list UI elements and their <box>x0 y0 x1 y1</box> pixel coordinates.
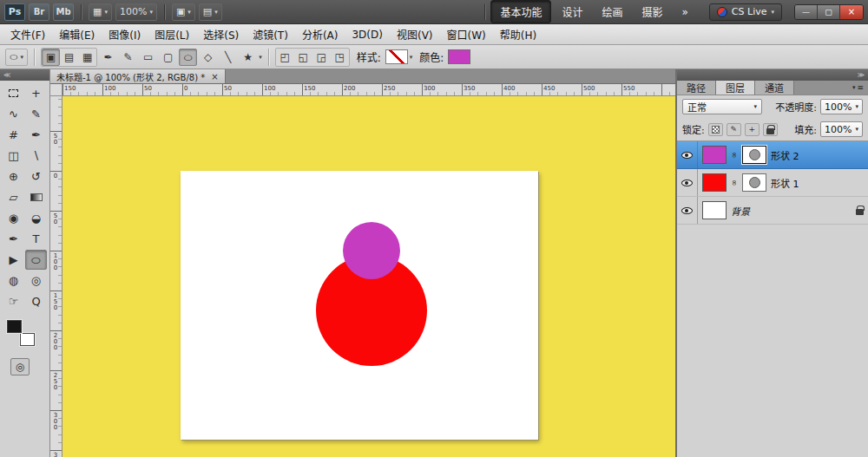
layer-row-shape-2[interactable]: ∞ 形状 2 <box>677 141 868 169</box>
quick-mask-mode-button[interactable]: ◎ <box>10 358 30 375</box>
pen-tool-button[interactable]: ✒ <box>99 49 117 66</box>
horizontal-ruler[interactable]: 150 100 50 0 50 100 150 200 250 300 350 … <box>62 84 675 96</box>
menu-help[interactable]: 帮助(H) <box>493 23 543 45</box>
tools-panel-header[interactable]: ≪ <box>0 69 49 81</box>
quick-selection-tool[interactable]: ✎ <box>25 104 47 124</box>
workspace-essentials-button[interactable]: 基本功能 <box>490 0 551 23</box>
vector-mask-thumbnail[interactable] <box>742 146 766 164</box>
menu-edit[interactable]: 编辑(E) <box>52 23 102 45</box>
rounded-rectangle-tool-button[interactable]: ▢ <box>159 49 177 66</box>
ruler-origin-box[interactable] <box>50 84 62 96</box>
layer-fill-thumbnail[interactable] <box>702 201 727 219</box>
launch-bridge-button[interactable]: Br <box>29 3 49 21</box>
layer-name[interactable]: 背景 <box>731 204 750 218</box>
visibility-cell[interactable] <box>677 197 698 224</box>
add-to-shape-button[interactable]: ◰ <box>276 49 294 66</box>
workspace-overflow-button[interactable]: » <box>674 3 697 22</box>
lock-pixels-button[interactable]: ✎ <box>727 123 741 136</box>
tab-layers[interactable]: 图层 <box>716 81 755 95</box>
workspace-photography-button[interactable]: 摄影 <box>634 1 672 23</box>
lock-transparency-button[interactable] <box>708 123 723 136</box>
style-picker-swatch[interactable] <box>385 49 408 64</box>
layer-fill-thumbnail[interactable] <box>702 146 727 164</box>
ellipse-tool-button[interactable]: ○ <box>179 49 197 66</box>
minimize-button[interactable]: — <box>795 5 818 19</box>
exclude-shape-button[interactable]: ◳ <box>331 49 349 66</box>
lock-all-button[interactable] <box>763 123 778 136</box>
healing-brush-tool[interactable]: ◫ <box>3 146 24 166</box>
canvas-workspace[interactable] <box>62 96 675 457</box>
vector-mask-thumbnail[interactable] <box>742 173 766 192</box>
gradient-tool[interactable] <box>25 187 47 207</box>
freeform-pen-tool-button[interactable]: ✎ <box>119 49 137 66</box>
blur-tool[interactable]: ◉ <box>3 208 24 228</box>
3d-camera-rotate-tool[interactable]: ◎ <box>25 271 47 291</box>
tab-paths[interactable]: 路径 <box>677 81 716 95</box>
tab-channels[interactable]: 通道 <box>755 81 794 95</box>
restore-button[interactable]: ▢ <box>818 5 840 19</box>
rectangle-tool-button[interactable]: ▭ <box>139 49 157 66</box>
lasso-tool[interactable]: ∿ <box>3 104 24 124</box>
crop-tool[interactable]: # <box>3 125 24 145</box>
dodge-tool[interactable]: ◒ <box>25 208 47 228</box>
menu-filter[interactable]: 滤镜(T) <box>246 23 295 45</box>
line-tool-button[interactable]: ╲ <box>219 49 237 66</box>
opacity-control[interactable]: 100% ▾ <box>820 99 863 114</box>
custom-shape-tool-button[interactable]: ★ <box>239 49 257 66</box>
screen-mode-button[interactable]: ▤ ▾ <box>199 3 222 21</box>
background-color-swatch[interactable] <box>20 333 35 346</box>
move-tool[interactable]: + <box>25 83 47 103</box>
workspace-design-button[interactable]: 设计 <box>553 1 591 23</box>
layer-row-background[interactable]: 背景 <box>677 197 868 225</box>
ellipse-tool[interactable]: ○ <box>25 250 47 270</box>
close-button[interactable]: × <box>840 5 863 19</box>
path-selection-tool[interactable]: ▶ <box>3 250 24 270</box>
shape-layers-mode-button[interactable]: ▣ <box>42 49 60 66</box>
menu-3d[interactable]: 3D(D) <box>345 25 389 44</box>
fill-pixels-mode-button[interactable]: ▦ <box>78 49 96 66</box>
type-tool[interactable]: T <box>25 229 47 249</box>
zoom-tool[interactable]: Q <box>25 291 47 311</box>
visibility-cell[interactable] <box>677 169 698 196</box>
cs-live-button[interactable]: CS Live ▾ <box>709 3 782 21</box>
tool-preset-picker[interactable]: ○ ▾ <box>5 49 28 66</box>
layer-row-shape-1[interactable]: ∞ 形状 1 <box>677 169 868 197</box>
panel-menu-button[interactable]: ▾ ≡ <box>848 81 868 95</box>
eyedropper-tool[interactable]: ✒ <box>25 125 47 145</box>
polygon-tool-button[interactable]: ◇ <box>199 49 217 66</box>
menu-image[interactable]: 图像(I) <box>102 23 148 45</box>
menu-select[interactable]: 选择(S) <box>196 23 246 45</box>
blend-mode-dropdown[interactable]: 正常 ▾ <box>682 99 762 114</box>
zoom-level-dropdown[interactable]: 100% ▾ <box>115 3 157 21</box>
paths-mode-button[interactable]: ▤ <box>60 49 78 66</box>
foreground-color-swatch[interactable] <box>7 320 22 333</box>
hand-tool[interactable]: ☞ <box>3 291 24 311</box>
menu-window[interactable]: 窗口(W) <box>440 23 493 45</box>
menu-view[interactable]: 视图(V) <box>390 23 440 45</box>
menu-layer[interactable]: 图层(L) <box>148 23 196 45</box>
arrange-documents-button[interactable]: ▣ ▾ <box>172 3 195 21</box>
panel-dock-header[interactable]: ≫ <box>677 69 868 81</box>
3d-object-rotate-tool[interactable]: ◍ <box>3 271 24 291</box>
document-canvas[interactable] <box>181 171 538 440</box>
chevron-down-icon[interactable]: ▾ <box>410 54 413 61</box>
document-tab[interactable]: 未标题-1 @ 100% (形状 2, RGB/8) * × <box>50 69 226 83</box>
shape-color-swatch[interactable] <box>448 49 470 64</box>
fill-control[interactable]: 100% ▾ <box>820 121 863 137</box>
eraser-tool[interactable]: ▱ <box>3 187 24 207</box>
visibility-cell[interactable] <box>677 141 698 168</box>
workspace-painting-button[interactable]: 绘画 <box>593 1 631 23</box>
lock-position-button[interactable]: + <box>745 123 760 136</box>
clone-stamp-tool[interactable]: ⊕ <box>3 166 24 186</box>
vertical-ruler[interactable]: 50 0 50 100 150 200 250 300 350 <box>50 96 62 457</box>
layer-name[interactable]: 形状 2 <box>771 148 799 162</box>
brush-tool[interactable]: ∖ <box>25 146 47 166</box>
close-icon[interactable]: × <box>211 72 218 82</box>
pen-tool[interactable]: ✒ <box>3 229 24 249</box>
chevron-down-icon[interactable]: ▾ <box>259 54 262 61</box>
view-extras-button[interactable]: ▦ ▾ <box>89 3 112 21</box>
menu-file[interactable]: 文件(F) <box>3 23 52 45</box>
rectangular-marquee-tool[interactable] <box>3 83 24 103</box>
layer-name[interactable]: 形状 1 <box>771 176 799 190</box>
subtract-from-shape-button[interactable]: ◱ <box>294 49 312 66</box>
